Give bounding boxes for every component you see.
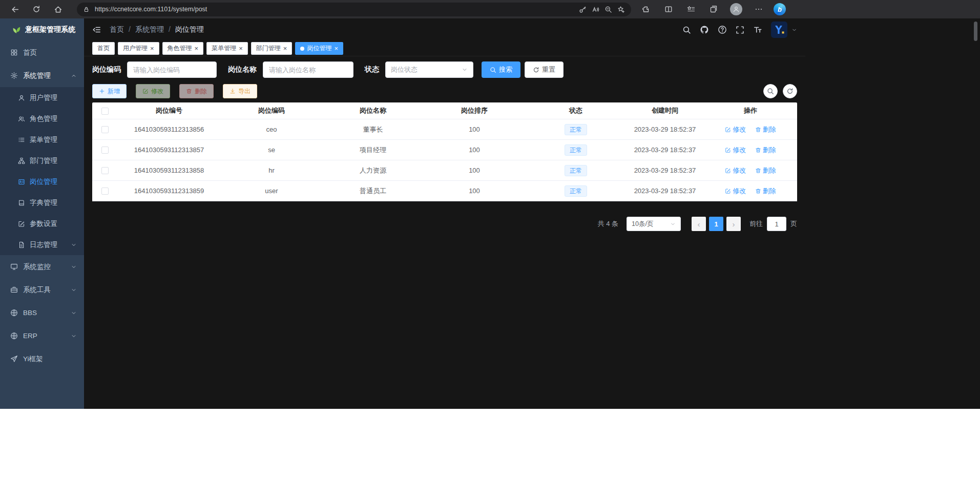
row-edit-button[interactable]: 修改: [725, 145, 746, 155]
page-number-button[interactable]: 1: [709, 217, 723, 231]
delete-button[interactable]: 删除: [179, 84, 214, 98]
sidebar-item-bbs[interactable]: BBS: [0, 301, 84, 324]
status-select[interactable]: 岗位状态: [385, 61, 473, 78]
fullscreen-icon[interactable]: [736, 26, 744, 34]
sidebar-item-dict-management[interactable]: 字典管理: [0, 192, 84, 213]
sidebar-item-log-management[interactable]: 日志管理: [0, 234, 84, 255]
extensions-icon[interactable]: [638, 2, 654, 17]
url-text[interactable]: https://ccnetcore.com:1101/system/post: [95, 6, 574, 13]
row-delete-button[interactable]: 删除: [755, 125, 776, 134]
tab-close-icon[interactable]: ×: [150, 45, 154, 52]
sidebar-item-system-tools[interactable]: 系统工具: [0, 278, 84, 301]
split-screen-icon[interactable]: [661, 2, 676, 17]
sidebar-item-system-monitor[interactable]: 系统监控: [0, 255, 84, 278]
table-search-toggle-button[interactable]: [763, 84, 778, 98]
sidebar-item-system-management[interactable]: 系统管理: [0, 64, 84, 87]
post-id: 1641030593112313859: [118, 187, 220, 195]
help-icon[interactable]: [718, 25, 727, 34]
select-all-checkbox[interactable]: [101, 108, 109, 115]
sidebar-item-label: 首页: [23, 48, 77, 57]
table-refresh-button[interactable]: [783, 84, 797, 98]
page-scrollbar[interactable]: [974, 22, 977, 41]
post-code: user: [220, 187, 323, 195]
github-icon[interactable]: [700, 25, 709, 34]
font-size-icon[interactable]: [753, 25, 762, 34]
row-delete-button[interactable]: 删除: [755, 186, 776, 196]
row-delete-label: 删除: [763, 125, 776, 134]
browser-chrome: https://ccnetcore.com:1101/system/post b: [0, 0, 980, 18]
row-checkbox[interactable]: [101, 126, 109, 133]
favorite-star-icon[interactable]: [617, 6, 625, 13]
sidebar-item-erp[interactable]: ERP: [0, 324, 84, 347]
search-icon[interactable]: [682, 26, 691, 34]
bing-icon[interactable]: b: [774, 3, 786, 15]
sidebar-item-label: BBS: [23, 309, 66, 317]
browser-refresh-button[interactable]: [29, 2, 44, 17]
zoom-icon[interactable]: [604, 6, 612, 13]
sidebar-item-param-settings[interactable]: 参数设置: [0, 213, 84, 234]
row-checkbox[interactable]: [101, 147, 109, 154]
post-name-label: 岗位名称: [228, 65, 257, 74]
modify-button[interactable]: 修改: [136, 84, 170, 98]
post-code-input[interactable]: [127, 61, 217, 78]
top-navbar: 首页 系统管理 岗位管理: [84, 18, 805, 41]
prev-page-button[interactable]: ‹: [692, 217, 706, 231]
collapse-menu-icon[interactable]: [92, 25, 101, 34]
row-edit-button[interactable]: 修改: [725, 166, 746, 175]
next-page-button[interactable]: ›: [726, 217, 741, 231]
row-checkbox[interactable]: [101, 167, 109, 174]
browser-back-button[interactable]: [7, 2, 23, 17]
browser-home-button[interactable]: [50, 2, 66, 17]
sidebar-item-role-management[interactable]: 角色管理: [0, 108, 84, 129]
page-body: 岗位编码 岗位名称 状态 岗位状态: [84, 56, 805, 231]
reset-button[interactable]: 重置: [525, 61, 564, 78]
goto-page-input[interactable]: [767, 217, 786, 231]
tab-close-icon[interactable]: ×: [195, 45, 199, 52]
lock-icon: [83, 6, 90, 13]
more-menu-icon[interactable]: [751, 2, 766, 17]
tab-dept-management[interactable]: 部门管理 ×: [251, 42, 293, 55]
sidebar-item-yi-framework[interactable]: Yi框架: [0, 347, 84, 370]
row-edit-button[interactable]: 修改: [725, 186, 746, 196]
caret-down-icon[interactable]: [791, 27, 797, 33]
row-checkbox[interactable]: [101, 188, 109, 195]
favorites-bar-icon[interactable]: [683, 2, 699, 17]
tab-menu-management[interactable]: 菜单管理 ×: [206, 42, 248, 55]
collections-icon[interactable]: [706, 2, 721, 17]
org-tree-icon: [18, 157, 25, 164]
tab-home[interactable]: 首页: [92, 42, 115, 55]
tab-post-management[interactable]: 岗位管理 ×: [295, 42, 343, 55]
sidebar-item-menu-management[interactable]: 菜单管理: [0, 129, 84, 150]
address-bar[interactable]: https://ccnetcore.com:1101/system/post: [77, 3, 631, 16]
post-sort: 100: [423, 167, 526, 174]
table-row: 1641030593112313859 user 普通员工 100 正常 202…: [92, 181, 797, 201]
read-aloud-icon[interactable]: [592, 6, 599, 13]
password-key-icon[interactable]: [579, 6, 587, 13]
row-delete-button[interactable]: 删除: [755, 166, 776, 175]
export-button[interactable]: 导出: [223, 84, 257, 98]
add-button[interactable]: 新增: [92, 84, 127, 98]
user-avatar[interactable]: [771, 22, 787, 38]
badge-icon: [18, 178, 25, 185]
sidebar-item-home[interactable]: 首页: [0, 41, 84, 64]
tab-close-icon[interactable]: ×: [239, 45, 243, 52]
post-name: 普通员工: [323, 186, 423, 196]
browser-profile-avatar[interactable]: [728, 2, 744, 17]
breadcrumb-item[interactable]: 系统管理: [135, 25, 175, 34]
row-edit-button[interactable]: 修改: [725, 125, 746, 134]
sidebar-item-post-management[interactable]: 岗位管理: [0, 171, 84, 192]
sidebar-item-user-management[interactable]: 用户管理: [0, 87, 84, 108]
goto-label: 前往: [749, 219, 763, 228]
page-size-select[interactable]: 10条/页: [627, 217, 681, 231]
caret-down-icon: [71, 333, 77, 339]
sidebar-item-dept-management[interactable]: 部门管理: [0, 150, 84, 171]
tab-role-management[interactable]: 角色管理 ×: [162, 42, 204, 55]
status-select-placeholder: 岗位状态: [391, 65, 418, 74]
tab-close-icon[interactable]: ×: [334, 45, 338, 52]
row-delete-button[interactable]: 删除: [755, 145, 776, 155]
post-name-input[interactable]: [263, 61, 353, 78]
breadcrumb-item[interactable]: 首页: [110, 25, 135, 34]
tab-close-icon[interactable]: ×: [283, 45, 287, 52]
search-button[interactable]: 搜索: [482, 61, 520, 78]
tab-user-management[interactable]: 用户管理 ×: [118, 42, 159, 55]
